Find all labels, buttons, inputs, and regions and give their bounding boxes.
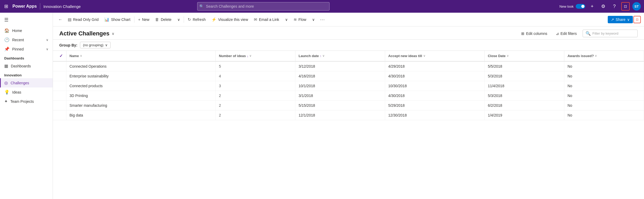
plus-button[interactable]: + xyxy=(588,2,596,11)
show-chart-label: Show Chart xyxy=(111,17,130,22)
row-launch-cell: 12/1/2018 xyxy=(295,110,385,120)
row-accept-cell: 4/30/2018 xyxy=(385,71,484,81)
show-chart-button[interactable]: 📊 Show Chart xyxy=(102,16,133,24)
sidebar-item-label: Challenges xyxy=(11,81,29,85)
row-close-cell: 6/2/2018 xyxy=(484,101,564,110)
challenges-table: ✓ Name ∨ Number of ideas xyxy=(53,51,644,120)
col-label: Name xyxy=(70,54,79,58)
row-name-cell[interactable]: Big data xyxy=(66,110,215,120)
sidebar-item-dashboards[interactable]: ▦ Dashboards xyxy=(0,61,53,71)
select-all-column[interactable]: ✓ xyxy=(53,51,66,61)
refresh-label: Refresh xyxy=(193,17,206,22)
awards-column-header[interactable]: Awards issued? ∨ xyxy=(564,51,644,61)
groupby-label: Group By: xyxy=(59,43,77,47)
row-launch-cell: 10/1/2018 xyxy=(295,81,385,91)
share-chevron-icon: ∨ xyxy=(627,17,630,22)
delete-dropdown-button[interactable]: ∨ xyxy=(175,16,183,23)
row-name-cell[interactable]: 3D Printing xyxy=(66,91,215,101)
global-search: 🔍 xyxy=(197,2,330,11)
row-name-cell[interactable]: Connected Operations xyxy=(66,61,215,71)
filter-icon: ⊿ xyxy=(556,31,559,36)
chevron-down-icon: ∨ xyxy=(285,17,288,22)
row-ideas-cell: 2 xyxy=(215,101,295,110)
delete-button[interactable]: 🗑 Delete xyxy=(152,16,174,23)
flow-button[interactable]: ≋ Flow xyxy=(291,16,309,24)
sidebar-item-recent[interactable]: 🕐 Recent ∨ xyxy=(0,35,53,44)
back-button[interactable]: ← xyxy=(56,16,65,24)
name-column-header[interactable]: Name ∨ xyxy=(66,51,215,61)
sidebar-item-challenges[interactable]: ◎ Challenges xyxy=(0,78,53,87)
row-launch-cell: 5/15/2018 xyxy=(295,101,385,110)
sort-dropdown-icon: ∨ xyxy=(423,54,425,58)
user-avatar[interactable]: ST xyxy=(632,2,641,11)
row-close-cell: 5/3/2018 xyxy=(484,91,564,101)
table-row[interactable]: 3D Printing 2 3/1/2018 4/30/2018 5/3/201… xyxy=(53,91,644,101)
main-content: ← ▤ Read Only Grid 📊 Show Chart + New 🗑 … xyxy=(53,13,644,199)
flow-icon: ≋ xyxy=(294,17,297,22)
flow-label: Flow xyxy=(299,17,307,22)
view-title-chevron-icon[interactable]: ∨ xyxy=(112,31,114,36)
newlook-label: New look xyxy=(560,4,574,8)
close-date-column-header[interactable]: Close Date ∨ xyxy=(484,51,564,61)
row-close-cell: 11/4/2018 xyxy=(484,81,564,91)
innovation-section-header: Innovation xyxy=(0,71,53,78)
row-ideas-cell: 4 xyxy=(215,71,295,81)
sidebar-item-team-projects[interactable]: ✦ Team Projects xyxy=(0,97,53,106)
accept-till-column-header[interactable]: Accept new ideas till ∨ xyxy=(385,51,484,61)
app-layout: ☰ 🏠 Home 🕐 Recent ∨ 📌 Pinned ∨ Dashboard… xyxy=(0,13,644,199)
challenges-icon: ◎ xyxy=(4,80,8,85)
visualize-button[interactable]: ⚡ Visualize this view xyxy=(209,16,251,24)
powerapp-corner-icon[interactable]: ⊡ xyxy=(633,16,641,23)
table-row[interactable]: Big data 2 12/1/2018 12/30/2018 1/4/2019… xyxy=(53,110,644,120)
sort-dropdown-icon: ∨ xyxy=(322,54,325,58)
sidebar-item-label: Ideas xyxy=(12,90,21,94)
table-row[interactable]: Smarter manufacturing 2 5/15/2018 5/29/2… xyxy=(53,101,644,110)
settings-icon[interactable]: ⚙ xyxy=(599,2,607,11)
sidebar-collapse-button[interactable]: ☰ xyxy=(0,15,53,25)
topnav: ⊞ Power Apps Innovation Challenge 🔍 New … xyxy=(0,0,644,13)
keyword-filter: 🔍 xyxy=(583,30,638,37)
share-label: Share xyxy=(616,17,625,22)
chevron-down-icon: ∨ xyxy=(105,43,108,47)
col-label: Launch date xyxy=(299,54,319,58)
sidebar-item-pinned[interactable]: 📌 Pinned ∨ xyxy=(0,44,53,54)
row-name-cell[interactable]: Connected products xyxy=(66,81,215,91)
edit-columns-button[interactable]: ⊞ Edit columns xyxy=(519,30,550,37)
chevron-down-icon: ∨ xyxy=(312,17,315,22)
waffle-icon[interactable]: ⊞ xyxy=(3,2,9,10)
dashboard-icon: ▦ xyxy=(4,63,8,68)
delete-icon: 🗑 xyxy=(155,17,159,22)
read-only-grid-button[interactable]: ▤ Read Only Grid xyxy=(65,16,101,24)
team-projects-icon: ✦ xyxy=(4,99,8,104)
newlook-toggle[interactable] xyxy=(576,4,585,9)
table-row[interactable]: Enterprise sustainability 4 4/16/2018 4/… xyxy=(53,71,644,81)
new-button[interactable]: + New xyxy=(136,16,152,23)
search-input[interactable] xyxy=(197,2,330,11)
more-options-button[interactable]: ⋯ xyxy=(318,15,327,24)
refresh-button[interactable]: ↻ Refresh xyxy=(185,16,208,24)
email-dropdown-button[interactable]: ∨ xyxy=(282,16,290,23)
ideas-icon: 💡 xyxy=(4,90,10,95)
row-ideas-cell: 3 xyxy=(215,81,295,91)
edit-filters-button[interactable]: ⊿ Edit filters xyxy=(553,30,579,37)
table-row[interactable]: Connected products 3 10/1/2018 10/30/201… xyxy=(53,81,644,91)
groupby-select[interactable]: (no grouping) ∨ xyxy=(80,42,110,48)
table-row[interactable]: Connected Operations 5 3/12/2018 4/29/20… xyxy=(53,61,644,71)
row-select-cell xyxy=(53,101,66,110)
ideas-column-header[interactable]: Number of ideas ↓ ∨ xyxy=(215,51,295,61)
row-name-cell[interactable]: Smarter manufacturing xyxy=(66,101,215,110)
view-header: Active Challenges ∨ ⊞ Edit columns ⊿ Edi… xyxy=(53,26,644,40)
sidebar-item-ideas[interactable]: 💡 Ideas xyxy=(0,87,53,97)
groupby-bar: Group By: (no grouping) ∨ xyxy=(53,40,644,51)
row-name-cell[interactable]: Enterprise sustainability xyxy=(66,71,215,81)
help-icon[interactable]: ? xyxy=(610,2,619,11)
flow-dropdown-button[interactable]: ∨ xyxy=(309,16,317,23)
email-link-button[interactable]: ✉ Email a Link xyxy=(251,16,282,24)
launch-date-column-header[interactable]: Launch date ↑ ∨ xyxy=(295,51,385,61)
powerapp-nav-icon[interactable]: ⊡ xyxy=(621,2,630,11)
keyword-filter-input[interactable] xyxy=(592,31,635,35)
share-button[interactable]: ↗ Share ∨ xyxy=(608,16,633,23)
row-launch-cell: 4/16/2018 xyxy=(295,71,385,81)
sidebar-item-home[interactable]: 🏠 Home xyxy=(0,26,53,35)
row-accept-cell: 12/30/2018 xyxy=(385,110,484,120)
